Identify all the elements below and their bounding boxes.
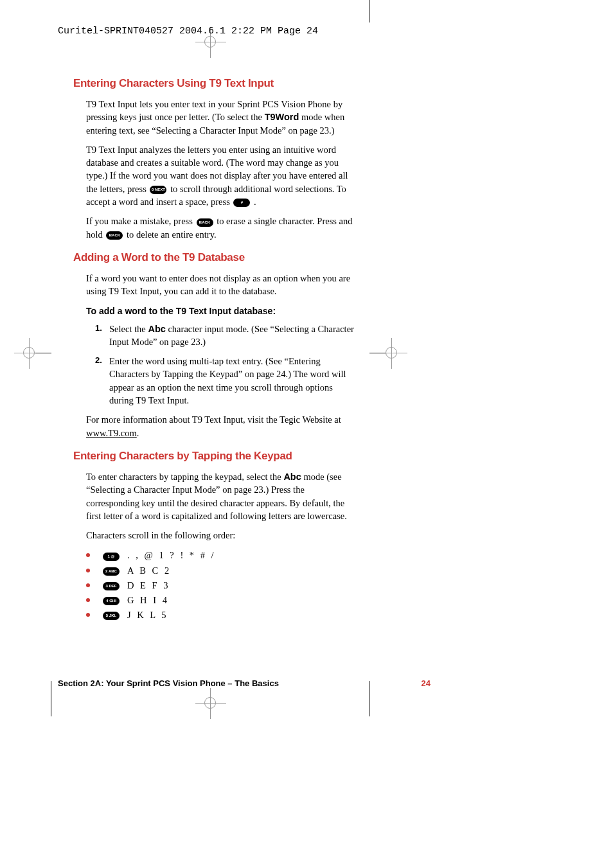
sub-heading: To add a word to the T9 Text Input datab… (73, 306, 359, 316)
list-item: 4 GHIG H I 4 (86, 593, 359, 608)
list-item: 2.Enter the word using multi-tap text en… (95, 355, 359, 407)
text: Select the (109, 324, 148, 334)
registration-mark-icon (23, 347, 35, 359)
mode-label: Abc (148, 324, 165, 334)
list-item: 2 ABCA B C 2 (86, 563, 359, 578)
key-5-icon: 5 JKL (103, 612, 120, 620)
trim-mark (35, 353, 51, 353)
list-item: 3 DEFD E F 3 (86, 578, 359, 593)
key-characters: G H I 4 (127, 595, 169, 605)
key-0-icon: 0 NEXT (150, 186, 166, 194)
trim-mark (51, 681, 51, 716)
trim-mark (369, 353, 386, 353)
paragraph: For more information about T9 Text Input… (73, 413, 359, 439)
list-item: 1 @. , @ 1 ? ! * # / (86, 548, 359, 563)
paragraph: Characters scroll in the following order… (73, 529, 359, 542)
key-hash-icon: # (233, 199, 250, 207)
key-list: 1 @. , @ 1 ? ! * # / 2 ABCA B C 2 3 DEFD… (73, 548, 359, 623)
text: To enter characters by tapping the keypa… (86, 472, 283, 482)
paragraph: T9 Text Input lets you enter text in you… (73, 98, 359, 137)
page-footer: Section 2A: Your Sprint PCS Vision Phone… (58, 678, 431, 688)
trim-mark (369, 0, 369, 22)
paragraph: T9 Text Input analyzes the letters you e… (73, 143, 359, 208)
registration-mark-icon (386, 347, 397, 359)
key-back-icon: BACK (106, 231, 123, 240)
footer-section-title: Section 2A: Your Sprint PCS Vision Phone… (58, 678, 279, 688)
steps-list: 1.Select the Abc character input mode. (… (73, 323, 359, 407)
step-number: 1. (95, 323, 102, 334)
paragraph: To enter characters by tapping the keypa… (73, 470, 359, 522)
page-content: Entering Characters Using T9 Text Input … (73, 77, 359, 623)
heading-add-word: Adding a Word to the T9 Database (73, 251, 359, 264)
key-3-icon: 3 DEF (103, 582, 120, 590)
registration-mark-icon (204, 36, 216, 48)
heading-tapping-keypad: Entering Characters by Tapping the Keypa… (73, 450, 359, 463)
list-item: 5 JKLJ K L 5 (86, 608, 359, 623)
paragraph: If you make a mistake, press BACK to era… (73, 215, 359, 241)
link-t9[interactable]: www.T9.com (86, 428, 137, 438)
text: to delete an entire entry. (124, 229, 216, 240)
file-meta-header: Curitel-SPRINT040527 2004.6.1 2:22 PM Pa… (58, 26, 318, 37)
key-characters: J K L 5 (127, 610, 168, 620)
heading-t9-input: Entering Characters Using T9 Text Input (73, 77, 359, 90)
list-item: 1.Select the Abc character input mode. (… (95, 323, 359, 349)
step-number: 2. (95, 355, 102, 366)
text: . (137, 428, 139, 438)
key-characters: D E F 3 (127, 580, 170, 590)
key-4-icon: 4 GHI (103, 597, 120, 605)
page-number: 24 (422, 678, 431, 688)
registration-mark-icon (204, 697, 216, 709)
text: . (251, 197, 256, 207)
text: Enter the word using multi-tap text entr… (109, 356, 346, 405)
mode-label: Abc (283, 472, 301, 482)
mode-label: T9Word (265, 112, 299, 122)
key-2-icon: 2 ABC (103, 567, 120, 576)
key-1-icon: 1 @ (103, 553, 120, 561)
key-back-icon: BACK (197, 218, 213, 227)
text: If you make a mistake, press (86, 216, 195, 226)
text: For more information about T9 Text Input… (86, 414, 341, 425)
key-characters: A B C 2 (127, 565, 171, 576)
key-characters: . , @ 1 ? ! * # / (127, 550, 216, 560)
paragraph: If a word you want to enter does not dis… (73, 272, 359, 298)
